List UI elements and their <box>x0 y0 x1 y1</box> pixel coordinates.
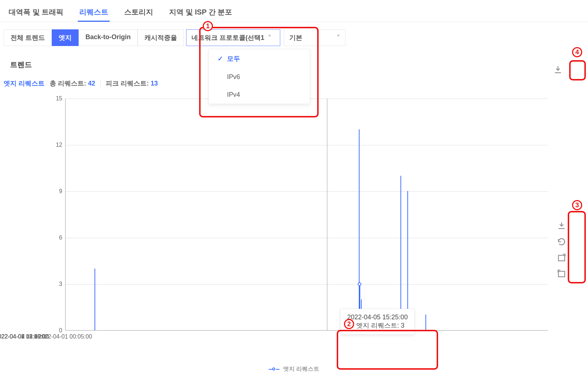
y-tick: 3 <box>51 281 62 287</box>
svg-rect-1 <box>558 271 564 277</box>
select-base[interactable]: 기본 ˅ <box>284 29 345 46</box>
dropdown-item-label: IPv6 <box>227 73 240 81</box>
series-color-dot <box>347 324 352 328</box>
download-button[interactable] <box>553 65 563 75</box>
data-spike <box>425 315 426 330</box>
select-base-label: 기본 <box>289 33 302 42</box>
filter-all-trend[interactable]: 전체 트렌드 <box>4 29 52 46</box>
y-tick: 0 <box>51 327 62 334</box>
chevron-down-icon: ˅ <box>337 34 340 42</box>
plot[interactable] <box>65 99 548 331</box>
zoom-reset-icon[interactable] <box>557 269 566 278</box>
legend-label: 엣지 리퀘스트 <box>283 365 319 373</box>
data-spike <box>400 176 401 330</box>
tooltip-value: 3 <box>401 322 404 329</box>
dropdown-item-label: 모두 <box>227 54 240 63</box>
tab-storage[interactable]: 스토리지 <box>123 4 155 22</box>
filter-row: 전체 트렌드 엣지 Back-to-Origin 캐시적중율 네트워크 프로토콜… <box>0 22 588 49</box>
stats-total-label: 총 리퀘스트: <box>50 80 86 87</box>
svg-rect-0 <box>558 256 564 261</box>
chart-tooltip: 2022-04-05 15:25:00 엣지 리퀘스트: 3 <box>340 309 415 335</box>
chart-legend: 엣지 리퀘스트 <box>0 360 588 373</box>
hover-guideline <box>327 99 327 330</box>
dropdown-item-all[interactable]: ✓ 모두 <box>209 49 310 68</box>
zoom-in-icon[interactable] <box>557 253 566 262</box>
legend-swatch <box>269 367 280 372</box>
top-nav-tabs: 대역폭 및 트래픽 리퀘스트 스토리지 지역 및 ISP 간 분포 <box>0 0 588 22</box>
stats-total-value: 42 <box>88 80 95 87</box>
x-tick: 2022-04-08 15:00:00 <box>0 333 49 340</box>
tab-bandwidth[interactable]: 대역폭 및 트래픽 <box>7 4 65 22</box>
y-tick: 12 <box>51 142 62 148</box>
chart-area: 0 3 6 9 12 15 2022-04-01 00:05:00 2022-0… <box>22 99 566 360</box>
dropdown-item-ipv6[interactable]: IPv6 <box>209 68 310 86</box>
y-tick: 9 <box>51 188 62 195</box>
hover-marker <box>358 282 361 286</box>
filter-edge[interactable]: 엣지 <box>52 29 79 46</box>
download-icon <box>553 65 563 75</box>
y-tick: 6 <box>51 234 62 241</box>
tooltip-timestamp: 2022-04-05 15:25:00 <box>347 314 408 321</box>
tab-request[interactable]: 리퀘스트 <box>78 4 110 22</box>
download-chart-icon[interactable] <box>557 221 566 231</box>
stats-peak-label: 피크 리퀘스트: <box>106 80 149 87</box>
data-spike <box>94 269 95 330</box>
tab-region-isp[interactable]: 지역 및 ISP 간 분포 <box>168 4 234 22</box>
y-tick: 15 <box>51 95 62 102</box>
annotation-box-3 <box>568 211 586 283</box>
divider <box>100 80 101 87</box>
check-icon: ✓ <box>218 55 223 63</box>
refresh-icon[interactable] <box>557 237 566 246</box>
stats-series-name: 엣지 리퀘스트 <box>4 79 45 88</box>
chart-toolbar <box>557 221 566 278</box>
filter-cache-hit[interactable]: 캐시적중율 <box>138 29 184 46</box>
stats-peak-value: 13 <box>151 80 158 87</box>
annotation-number-3: 3 <box>572 200 582 210</box>
select-network-protocol-label: 네트워크 프로토콜(선택1 <box>192 33 264 42</box>
dropdown-item-ipv4[interactable]: IPv4 <box>209 86 310 104</box>
filter-back-to-origin[interactable]: Back-to-Origin <box>79 29 138 46</box>
protocol-dropdown: ✓ 모두 IPv6 IPv4 <box>209 49 310 104</box>
stats-total: 총 리퀘스트: 42 <box>50 79 95 88</box>
select-network-protocol[interactable]: 네트워크 프로토콜(선택1 ˄ <box>186 29 280 46</box>
dropdown-item-label: IPv4 <box>227 91 240 99</box>
chevron-up-icon: ˄ <box>268 34 271 42</box>
stats-peak: 피크 리퀘스트: 13 <box>106 79 158 88</box>
tooltip-series: 엣지 리퀘스트: <box>356 322 399 329</box>
